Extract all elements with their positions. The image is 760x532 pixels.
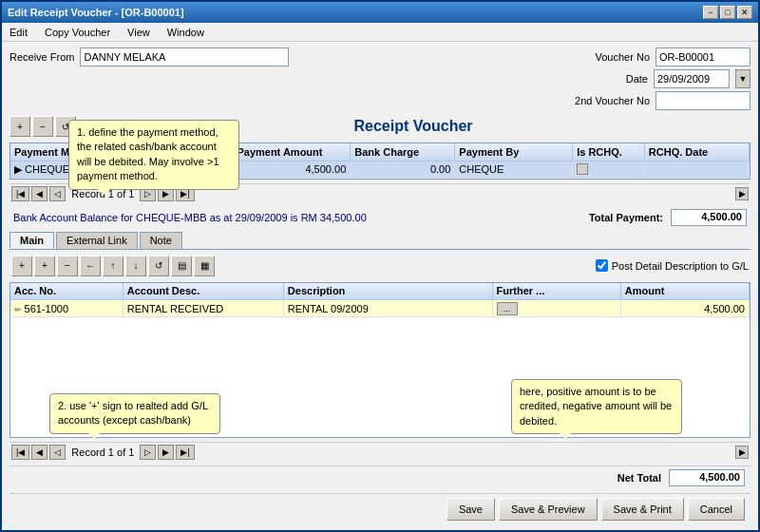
tooltip-payment-method: 1. define the payment method, the relate… (68, 120, 239, 190)
doc2-gl-button[interactable]: ▦ (194, 256, 215, 276)
nav-prev2-button[interactable]: ◁ (49, 186, 66, 201)
net-total-row: Net Total 4,500.00 (10, 466, 750, 489)
subtract-payment-button[interactable]: − (32, 116, 53, 137)
window-title: Edit Receipt Voucher - [OR-B00001] (8, 7, 184, 18)
tab-external-link[interactable]: External Link (56, 232, 138, 249)
balance-row: Bank Account Balance for CHEQUE-MBB as a… (10, 207, 750, 228)
header-section: Receive From Voucher No Date ▼ 2nd Vouch… (10, 48, 750, 110)
gl-nav-prev2-button[interactable]: ◁ (49, 445, 66, 460)
tab-note[interactable]: Note (140, 232, 182, 249)
amount-cell: 4,500.00 (620, 300, 749, 317)
bank-charge-cell: 0.00 (351, 161, 455, 178)
close-button[interactable]: ✕ (737, 6, 752, 19)
bottom-buttons: Save Save & Preview Save & Print Cancel (10, 493, 750, 524)
col-acc-no: Acc. No. (10, 283, 123, 300)
menu-window[interactable]: Window (163, 26, 208, 39)
further-cell: ... (492, 300, 620, 317)
voucher-no-row: Voucher No (564, 48, 750, 66)
title-bar: Edit Receipt Voucher - [OR-B00001] − □ ✕ (2, 2, 758, 23)
description-cell: RENTAL 09/2009 (283, 300, 492, 317)
gl-nav-next-button[interactable]: ▶ (158, 445, 174, 460)
refresh-gl-button[interactable]: ↺ (148, 256, 169, 276)
gl-nav-row: |◀ ◀ ◁ Record 1 of 1 ▷ ▶ ▶| ▶ (10, 442, 750, 462)
further-button[interactable]: ... (497, 302, 518, 315)
gl-toolbar: + + − ← ↑ ↓ ↺ ▤ ▦ Post Detail Descriptio… (10, 254, 750, 278)
gl-nav-prev-button[interactable]: ◀ (31, 445, 48, 460)
voucher-no2-row: 2nd Voucher No (564, 91, 750, 110)
nav-first-button[interactable]: |◀ (11, 186, 29, 201)
up-gl-button[interactable]: ↑ (103, 256, 124, 276)
col-amount: Amount (620, 283, 749, 300)
payment-amount-cell: 4,500.00 (233, 161, 351, 178)
gl-nav-next2-button[interactable]: ▷ (140, 445, 156, 460)
tabs-row: Main External Link Note (10, 232, 750, 250)
save-preview-button[interactable]: Save & Preview (499, 498, 598, 521)
voucher-no-label: Voucher No (564, 51, 650, 63)
cancel-button[interactable]: Cancel (688, 498, 745, 521)
col-payment-by: Payment By (455, 143, 573, 161)
minimize-button[interactable]: − (703, 6, 718, 19)
voucher-no2-input[interactable] (656, 91, 750, 110)
rchq-checkbox[interactable] (577, 163, 588, 175)
date-row: Date ▼ (562, 69, 750, 88)
nav-prev-button[interactable]: ◀ (31, 186, 48, 201)
col-further: Further ... (492, 283, 620, 300)
date-picker-button[interactable]: ▼ (735, 69, 750, 88)
receive-from-input[interactable] (80, 48, 289, 66)
rchq-date-cell (644, 161, 749, 178)
save-print-button[interactable]: Save & Print (601, 498, 684, 521)
net-total-value: 4,500.00 (669, 469, 745, 486)
add-payment-button[interactable]: + (10, 116, 30, 137)
gl-table-row[interactable]: ✏ 561-1000 RENTAL RECEIVED RENTAL 09/200… (10, 300, 750, 317)
col-description: Description (283, 283, 492, 300)
menu-view[interactable]: View (124, 26, 154, 39)
voucher-no2-label: 2nd Voucher No (564, 95, 650, 106)
net-total-label: Net Total (618, 472, 661, 484)
payment-scroll-right[interactable]: ▶ (735, 187, 749, 200)
menu-edit[interactable]: Edit (6, 26, 31, 39)
total-payment-label: Total Payment: (589, 212, 663, 223)
gl-nav-last-button[interactable]: ▶| (176, 445, 194, 460)
gl-scroll-right[interactable]: ▶ (735, 446, 749, 459)
post-detail-label: Post Detail Description to G/L (612, 260, 749, 272)
balance-text: Bank Account Balance for CHEQUE-MBB as a… (13, 212, 367, 223)
save-button[interactable]: Save (446, 498, 495, 521)
total-payment-section: Total Payment: 4,500.00 (589, 209, 747, 226)
voucher-info-section: Voucher No Date ▼ 2nd Voucher No (562, 48, 750, 110)
row-arrow: ▶ (14, 163, 25, 175)
tooltip-gl-add: 2. use '+' sign to realted add G/L accou… (49, 393, 220, 434)
date-label: Date (562, 73, 648, 85)
gl-tools: + + − ← ↑ ↓ ↺ ▤ ▦ (11, 256, 215, 276)
post-detail-checkbox[interactable] (596, 259, 608, 272)
doc1-gl-button[interactable]: ▤ (171, 256, 192, 276)
payment-by-cell: CHEQUE (455, 161, 573, 178)
arrow-gl-button[interactable]: ← (80, 256, 101, 276)
down-gl-button[interactable]: ↓ (125, 256, 146, 276)
menu-bar: Edit Copy Voucher View Window (2, 23, 758, 42)
payment-toolbar: + − ↺ (10, 116, 76, 137)
date-input[interactable] (654, 69, 730, 88)
receive-from-section: Receive From (10, 48, 289, 66)
col-payment-amount: Payment Amount (233, 143, 351, 161)
col-rchq-date: RCHQ. Date (644, 143, 749, 161)
post-detail-section: Post Detail Description to G/L (596, 259, 749, 272)
col-is-rchq: Is RCHQ. (573, 143, 645, 161)
add-gl2-button[interactable]: + (34, 256, 55, 276)
maximize-button[interactable]: □ (720, 6, 735, 19)
menu-copy-voucher[interactable]: Copy Voucher (41, 26, 114, 39)
gl-record-label: Record 1 of 1 (67, 446, 138, 458)
gl-nav-first-button[interactable]: |◀ (11, 445, 29, 460)
receive-from-label: Receive From (10, 51, 74, 63)
subtract-gl-button[interactable]: − (57, 256, 78, 276)
window-controls: − □ ✕ (703, 6, 752, 19)
col-bank-charge: Bank Charge (351, 143, 455, 161)
acc-no-cell: ✏ 561-1000 (10, 300, 123, 317)
tab-main[interactable]: Main (10, 232, 54, 249)
voucher-no-input[interactable] (656, 48, 750, 66)
add-gl-button[interactable]: + (11, 256, 32, 276)
account-desc-cell: RENTAL RECEIVED (123, 300, 283, 317)
tooltip-amount-direction: here, positive amount is to be credited,… (511, 379, 682, 434)
col-account-desc: Account Desc. (123, 283, 283, 300)
total-payment-value: 4,500.00 (671, 209, 747, 226)
is-rchq-cell (573, 161, 645, 178)
